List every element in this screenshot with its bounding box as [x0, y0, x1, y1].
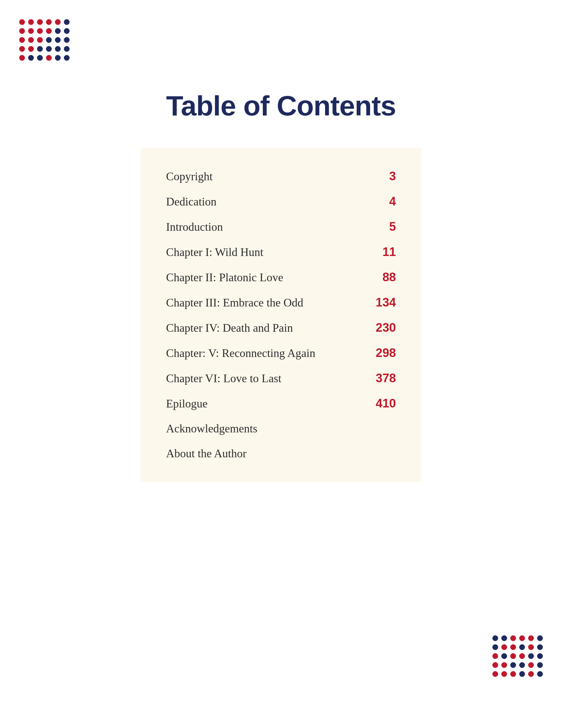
toc-item-page: 230: [376, 321, 396, 335]
toc-item-page: 410: [376, 397, 396, 410]
navy-dot: [55, 55, 61, 61]
red-dot: [19, 19, 25, 25]
toc-row: Copyright3: [166, 164, 396, 189]
red-dot: [37, 37, 43, 43]
toc-item-page: 4: [377, 195, 396, 208]
red-dot: [46, 28, 52, 34]
toc-item-label: Copyright: [166, 170, 213, 183]
toc-item-label: Chapter VI: Love to Last: [166, 372, 281, 385]
navy-dot: [519, 662, 525, 668]
red-dot: [492, 662, 498, 668]
red-dot: [19, 28, 25, 34]
top-left-decoration: [19, 19, 70, 61]
toc-item-label: Introduction: [166, 220, 223, 234]
red-dot: [519, 653, 525, 659]
red-dot: [19, 37, 25, 43]
toc-item-label: Acknowledgements: [166, 416, 396, 441]
toc-item-page: 11: [377, 245, 396, 259]
navy-dot: [64, 19, 70, 25]
toc-row: Epilogue410: [166, 391, 396, 416]
navy-dot: [37, 46, 43, 52]
toc-item-page: 3: [377, 169, 396, 183]
toc-row: Chapter VI: Love to Last378: [166, 366, 396, 391]
bottom-right-decoration: [492, 635, 543, 677]
red-dot: [528, 662, 534, 668]
navy-dot: [64, 55, 70, 61]
toc-row: Introduction5: [166, 214, 396, 239]
red-dot: [528, 635, 534, 641]
red-dot: [510, 671, 516, 677]
toc-row: Chapter: V: Reconnecting Again298: [166, 340, 396, 366]
toc-item-label: Dedication: [166, 195, 217, 208]
red-dot: [28, 19, 34, 25]
toc-item-page: 134: [376, 296, 396, 309]
toc-row: Chapter IV: Death and Pain230: [166, 315, 396, 340]
navy-dot: [537, 662, 543, 668]
red-dot: [492, 653, 498, 659]
navy-dot: [64, 46, 70, 52]
navy-dot: [37, 55, 43, 61]
navy-dot: [28, 55, 34, 61]
red-dot: [46, 19, 52, 25]
navy-dot: [492, 644, 498, 650]
main-content: Table of Contents Copyright3Dedication4I…: [0, 0, 562, 482]
toc-item-page: 5: [377, 220, 396, 234]
navy-dot: [501, 635, 507, 641]
red-dot: [528, 671, 534, 677]
toc-item-label: Chapter: V: Reconnecting Again: [166, 346, 315, 360]
navy-dot: [510, 662, 516, 668]
toc-item-page: 88: [377, 270, 396, 284]
toc-item-label: Epilogue: [166, 397, 208, 410]
red-dot: [19, 46, 25, 52]
red-dot: [19, 55, 25, 61]
toc-item-label: Chapter II: Platonic Love: [166, 271, 283, 284]
toc-item-page: 298: [376, 346, 396, 360]
toc-row: Dedication4: [166, 189, 396, 214]
red-dot: [28, 46, 34, 52]
navy-dot: [537, 671, 543, 677]
red-dot: [28, 28, 34, 34]
red-dot: [55, 19, 61, 25]
red-dot: [510, 644, 516, 650]
red-dot: [501, 671, 507, 677]
navy-dot: [519, 644, 525, 650]
page: Table of Contents Copyright3Dedication4I…: [0, 0, 562, 728]
red-dot: [501, 662, 507, 668]
toc-row: Chapter I: Wild Hunt11: [166, 239, 396, 265]
navy-dot: [55, 37, 61, 43]
navy-dot: [501, 653, 507, 659]
toc-item-label: Chapter III: Embrace the Odd: [166, 296, 303, 309]
navy-dot: [55, 46, 61, 52]
toc-item-label: Chapter I: Wild Hunt: [166, 245, 264, 259]
red-dot: [519, 635, 525, 641]
red-dot: [528, 644, 534, 650]
red-dot: [46, 55, 52, 61]
page-title: Table of Contents: [166, 89, 396, 122]
navy-dot: [537, 653, 543, 659]
navy-dot: [519, 671, 525, 677]
red-dot: [37, 28, 43, 34]
navy-dot: [492, 635, 498, 641]
red-dot: [510, 653, 516, 659]
red-dot: [501, 644, 507, 650]
toc-row: Chapter II: Platonic Love88: [166, 265, 396, 290]
navy-dot: [537, 635, 543, 641]
navy-dot: [64, 28, 70, 34]
navy-dot: [64, 37, 70, 43]
navy-dot: [46, 46, 52, 52]
toc-row: Chapter III: Embrace the Odd134: [166, 290, 396, 315]
red-dot: [510, 635, 516, 641]
navy-dot: [528, 653, 534, 659]
navy-dot: [55, 28, 61, 34]
navy-dot: [46, 37, 52, 43]
toc-container: Copyright3Dedication4Introduction5Chapte…: [141, 148, 421, 482]
red-dot: [28, 37, 34, 43]
red-dot: [37, 19, 43, 25]
red-dot: [492, 671, 498, 677]
toc-item-page: 378: [376, 371, 396, 385]
toc-item-label: Chapter IV: Death and Pain: [166, 321, 293, 335]
toc-item-label: About the Author: [166, 441, 396, 466]
navy-dot: [537, 644, 543, 650]
